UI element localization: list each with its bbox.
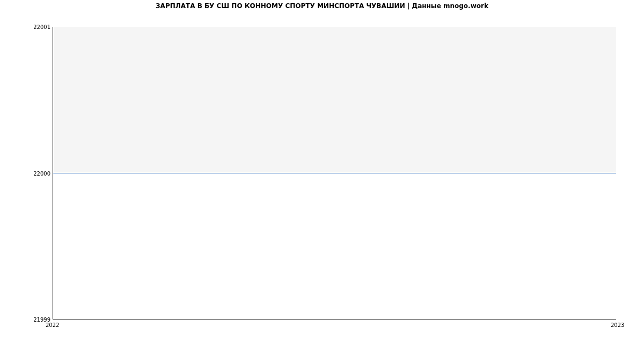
x-tick-label: 2022 bbox=[46, 322, 59, 328]
chart-title: ЗАРПЛАТА В БУ СШ ПО КОННОМУ СПОРТУ МИНСП… bbox=[0, 2, 644, 10]
series-line bbox=[53, 173, 616, 173]
line-chart: ЗАРПЛАТА В БУ СШ ПО КОННОМУ СПОРТУ МИНСП… bbox=[0, 0, 644, 349]
y-tick-label: 22001 bbox=[0, 24, 50, 30]
plot-area bbox=[53, 27, 616, 319]
shaded-band bbox=[53, 27, 616, 173]
y-tick-label: 22000 bbox=[0, 170, 50, 176]
y-tick-label: 21999 bbox=[0, 317, 50, 323]
x-tick-label: 2023 bbox=[611, 322, 624, 328]
